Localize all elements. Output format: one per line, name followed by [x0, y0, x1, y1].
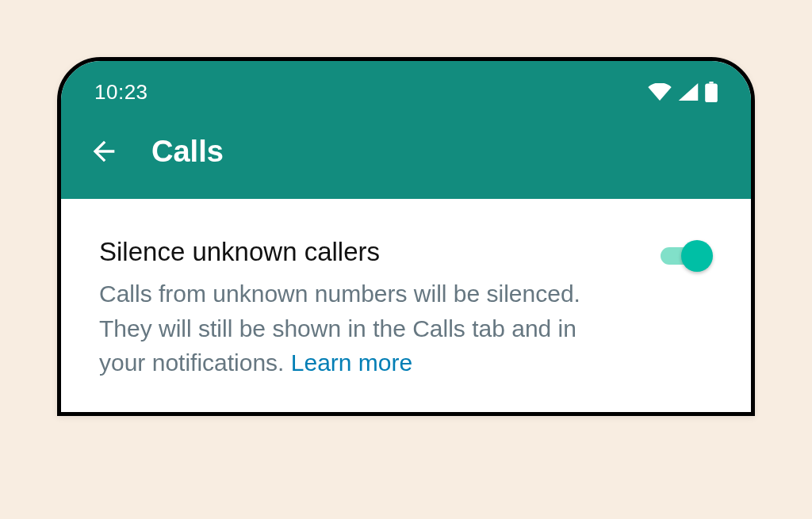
wifi-icon [648, 83, 672, 101]
header-area: 10:23 Calls [61, 61, 751, 199]
learn-more-link[interactable]: Learn more [291, 349, 412, 376]
back-button[interactable] [85, 132, 123, 170]
silence-unknown-callers-toggle[interactable] [661, 240, 713, 272]
signal-icon [678, 83, 699, 101]
battery-icon [705, 82, 718, 102]
back-arrow-icon [88, 135, 120, 167]
app-bar: Calls [61, 110, 751, 199]
setting-text-block: Silence unknown callers Calls from unkno… [99, 237, 607, 380]
setting-description: Calls from unknown numbers will be silen… [99, 277, 607, 380]
page-title: Calls [151, 135, 224, 169]
svg-rect-1 [705, 84, 718, 102]
setting-title: Silence unknown callers [99, 237, 607, 267]
toggle-knob [681, 240, 713, 272]
settings-content: Silence unknown callers Calls from unkno… [61, 199, 751, 412]
phone-frame: 10:23 Calls [57, 57, 755, 416]
silence-unknown-callers-setting: Silence unknown callers Calls from unkno… [99, 237, 713, 380]
svg-rect-0 [709, 82, 713, 84]
status-icons [648, 82, 718, 102]
status-bar: 10:23 [61, 61, 751, 110]
status-time: 10:23 [94, 80, 148, 105]
